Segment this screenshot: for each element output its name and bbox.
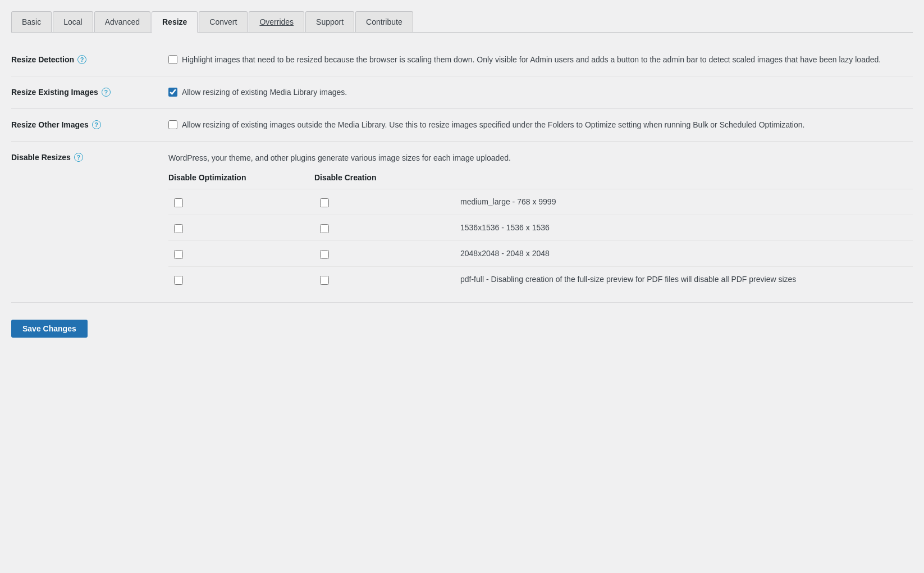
col-disable-create-1536x1536 (314, 223, 460, 233)
disable-opt-checkbox-2048x2048[interactable] (174, 250, 183, 259)
resize-other-checkbox-label[interactable]: Allow resizing of existing images outsid… (182, 119, 804, 131)
resize-existing-checkbox[interactable] (168, 88, 177, 97)
resize-size-name-2048x2048: 2048x2048 - 2048 x 2048 (460, 248, 913, 260)
resize-size-row-pdf-full: pdf-full - Disabling creation of the ful… (168, 266, 913, 292)
resize-other-label-col: Resize Other Images ? (11, 119, 168, 129)
resize-size-row-medium_large: medium_large - 768 x 9999 (168, 189, 913, 215)
tab-overrides[interactable]: Overrides (249, 11, 304, 32)
resize-other-checkbox-row: Allow resizing of existing images outsid… (168, 119, 913, 131)
resize-other-row: Resize Other Images ? Allow resizing of … (11, 109, 913, 142)
col-disable-opt-pdf-full (168, 275, 314, 285)
col-header-creation: Disable Creation (314, 173, 460, 182)
disable-resizes-table: Disable Optimization Disable Creation me… (168, 173, 913, 292)
disable-create-checkbox-medium_large[interactable] (320, 198, 329, 207)
tabs-bar: BasicLocalAdvancedResizeConvertOverrides… (11, 11, 913, 33)
resize-existing-content: Allow resizing of existing Media Library… (168, 87, 913, 98)
resize-detection-label-col: Resize Detection ? (11, 54, 168, 64)
resize-size-name-1536x1536: 1536x1536 - 1536 x 1536 (460, 222, 913, 234)
col-disable-create-2048x2048 (314, 249, 460, 259)
resize-other-content: Allow resizing of existing images outsid… (168, 119, 913, 131)
resize-detection-content: Highlight images that need to be resized… (168, 54, 913, 66)
resize-size-name-pdf-full: pdf-full - Disabling creation of the ful… (460, 274, 913, 285)
resize-size-row-1536x1536: 1536x1536 - 1536 x 1536 (168, 215, 913, 240)
col-disable-opt-2048x2048 (168, 249, 314, 259)
col-disable-opt-1536x1536 (168, 223, 314, 233)
disable-resizes-description: WordPress, your theme, and other plugins… (168, 152, 913, 164)
resize-other-checkbox[interactable] (168, 120, 177, 129)
resize-existing-help-icon[interactable]: ? (102, 88, 111, 97)
disable-resizes-label: Disable Resizes (11, 153, 71, 162)
resize-detection-row: Resize Detection ? Highlight images that… (11, 44, 913, 76)
resize-existing-checkbox-label[interactable]: Allow resizing of existing Media Library… (182, 87, 347, 98)
tab-advanced[interactable]: Advanced (94, 11, 150, 32)
disable-opt-checkbox-medium_large[interactable] (174, 198, 183, 207)
disable-resizes-header: Disable Optimization Disable Creation (168, 173, 913, 184)
page-container: BasicLocalAdvancedResizeConvertOverrides… (0, 0, 924, 349)
disable-opt-checkbox-pdf-full[interactable] (174, 276, 183, 285)
save-changes-button[interactable]: Save Changes (11, 320, 88, 338)
disable-resizes-row: Disable Resizes ? WordPress, your theme,… (11, 142, 913, 303)
resize-detection-help-icon[interactable]: ? (77, 55, 86, 64)
resize-existing-row: Resize Existing Images ? Allow resizing … (11, 76, 913, 109)
col-disable-create-pdf-full (314, 275, 460, 285)
disable-create-checkbox-1536x1536[interactable] (320, 224, 329, 233)
disable-create-checkbox-2048x2048[interactable] (320, 250, 329, 259)
col-header-name (460, 173, 913, 182)
resize-size-row-2048x2048: 2048x2048 - 2048 x 2048 (168, 240, 913, 266)
col-disable-create-medium_large (314, 197, 460, 207)
resize-existing-label: Resize Existing Images (11, 88, 98, 97)
disable-opt-checkbox-1536x1536[interactable] (174, 224, 183, 233)
resize-detection-label: Resize Detection (11, 55, 74, 64)
resize-existing-label-col: Resize Existing Images ? (11, 87, 168, 97)
resize-existing-checkbox-row: Allow resizing of existing Media Library… (168, 87, 913, 98)
disable-resizes-help-icon[interactable]: ? (74, 153, 83, 162)
tab-basic[interactable]: Basic (11, 11, 52, 32)
tab-local[interactable]: Local (53, 11, 93, 32)
resize-other-label: Resize Other Images (11, 120, 89, 129)
resize-detection-checkbox-label[interactable]: Highlight images that need to be resized… (182, 54, 881, 66)
disable-resizes-content: WordPress, your theme, and other plugins… (168, 152, 913, 292)
settings-section: Resize Detection ? Highlight images that… (11, 44, 913, 303)
tab-contribute[interactable]: Contribute (355, 11, 413, 32)
resize-detection-checkbox-row: Highlight images that need to be resized… (168, 54, 913, 66)
resize-rows-container: medium_large - 768 x 99991536x1536 - 153… (168, 189, 913, 292)
col-header-optimization: Disable Optimization (168, 173, 314, 182)
resize-other-help-icon[interactable]: ? (92, 120, 101, 129)
tab-convert[interactable]: Convert (199, 11, 248, 32)
col-disable-opt-medium_large (168, 197, 314, 207)
resize-detection-checkbox[interactable] (168, 55, 177, 64)
disable-resizes-label-col: Disable Resizes ? (11, 152, 168, 162)
tab-support[interactable]: Support (305, 11, 354, 32)
resize-size-name-medium_large: medium_large - 768 x 9999 (460, 196, 913, 208)
disable-create-checkbox-pdf-full[interactable] (320, 276, 329, 285)
tab-resize[interactable]: Resize (152, 11, 198, 33)
